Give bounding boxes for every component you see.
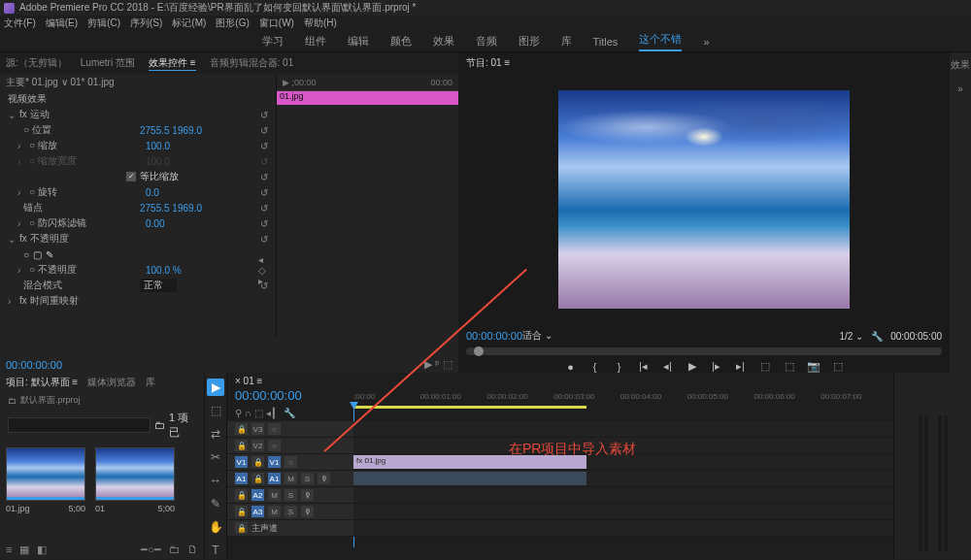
ec-master-clip[interactable]: 主要* 01.jpg ∨ 01* 01.jpg — [6, 76, 115, 89]
toggle-output-icon[interactable]: ○ — [285, 456, 297, 468]
ws-audio[interactable]: 音频 — [476, 34, 497, 49]
track-v1[interactable]: fx 01.jpg — [353, 454, 893, 471]
ec-blend-val[interactable]: 正常 — [140, 279, 177, 292]
tab-program[interactable]: 节目: 01 ≡ — [466, 56, 510, 70]
twirl-icon[interactable]: › — [8, 296, 16, 307]
marker-icon[interactable]: ● — [563, 359, 578, 374]
ws-color[interactable]: 颜色 — [390, 34, 412, 49]
menu-graphics[interactable]: 图形(G) — [216, 16, 249, 30]
menubar[interactable]: 文件(F) 编辑(E) 剪辑(C) 序列(S) 标记(M) 图形(G) 窗口(W… — [0, 16, 971, 31]
kf-nav[interactable]: ◂ ◇ ▸ — [258, 264, 270, 276]
track-label[interactable]: V1 — [268, 456, 281, 468]
ec-tools[interactable]: ▶ ᵖ ⬚ — [424, 358, 452, 371]
reset-icon[interactable]: ↺ — [258, 140, 270, 151]
resolution-dropdown[interactable]: 1/2 ⌄ — [839, 331, 863, 342]
ec-flicker[interactable]: ○ 防闪烁滤镜 — [29, 216, 146, 230]
ec-anchor-val[interactable]: 2755.5 1969.0 — [140, 203, 202, 214]
track-a1[interactable] — [353, 471, 893, 487]
track-v3[interactable] — [353, 421, 893, 438]
ec-opacity-val[interactable]: 100.0 % — [146, 265, 182, 276]
zoom-slider[interactable]: ━○━ — [141, 544, 161, 556]
mask-pen-icon[interactable]: ✎ — [46, 249, 53, 260]
ec-position[interactable]: ○ 位置 — [23, 123, 140, 137]
source-patch[interactable]: A1 — [235, 473, 248, 484]
record-icon[interactable]: 🎙 — [301, 489, 314, 501]
side-icon[interactable]: » — [957, 83, 963, 94]
pen-tool-icon[interactable]: ✎ — [207, 495, 224, 512]
goto-in-icon[interactable]: |◂ — [636, 359, 651, 374]
track-label[interactable]: V3 — [251, 423, 264, 435]
track-select-tool-icon[interactable]: ⬚ — [207, 402, 224, 419]
clip[interactable]: fx 01.jpg — [353, 455, 586, 469]
twirl-icon[interactable]: › — [17, 218, 25, 229]
mask-rect-icon[interactable]: ▢ — [33, 249, 42, 260]
ec-scale-val[interactable]: 100.0 — [146, 141, 170, 151]
menu-sequence[interactable]: 序列(S) — [130, 16, 162, 30]
ws-assembly[interactable]: 组件 — [305, 34, 326, 49]
toggle-output-icon[interactable]: ○ — [268, 423, 281, 435]
track-master[interactable]: 主声道 — [251, 522, 278, 535]
work-area-bar[interactable] — [353, 406, 586, 409]
ws-editing[interactable]: 编辑 — [348, 34, 369, 49]
out-icon[interactable]: } — [612, 359, 626, 374]
timeline-ruler[interactable]: ;00:00 00:00:01:00 00:00:02:00 00:00:03:… — [353, 392, 887, 406]
mute-icon[interactable]: M — [285, 473, 297, 484]
reset-icon[interactable]: ↺ — [258, 233, 270, 245]
ec-clip[interactable]: 01.jpg — [277, 91, 458, 105]
tab-effect-controls[interactable]: 效果控件 ≡ — [149, 56, 196, 71]
mask-ellipse-icon[interactable]: ○ — [23, 249, 29, 260]
lift-icon[interactable]: ⬚ — [757, 359, 772, 374]
compare-icon[interactable]: ⬚ — [830, 359, 845, 374]
reset-icon[interactable]: ↺ — [258, 186, 270, 198]
timeline-options[interactable]: ⚲ ∩ ⬚ ◂ ▎ 🔧 — [235, 408, 295, 418]
fit-dropdown[interactable]: 适合 ⌄ — [522, 329, 552, 343]
menu-clip[interactable]: 剪辑(C) — [87, 16, 120, 30]
ec-opacity[interactable]: fx 不透明度 — [19, 232, 136, 246]
ws-library[interactable]: 库 — [561, 34, 572, 49]
reset-icon[interactable]: ↺ — [258, 217, 270, 229]
clip-audio[interactable] — [353, 472, 586, 485]
lock-icon[interactable]: 🔒 — [235, 506, 248, 517]
track-v2[interactable] — [353, 438, 893, 454]
ec-position-val[interactable]: 2755.5 1969.0 — [140, 125, 202, 136]
project-item[interactable]: 015;00 — [95, 447, 175, 534]
type-tool-icon[interactable]: T — [207, 542, 224, 559]
solo-icon[interactable]: S — [301, 473, 314, 484]
ws-effects[interactable]: 效果 — [433, 34, 454, 49]
track-label[interactable]: A1 — [268, 473, 281, 484]
menu-marker[interactable]: 标记(M) — [172, 16, 206, 30]
lock-icon[interactable]: 🔒 — [235, 522, 248, 534]
program-tc-left[interactable]: 00:00:00:00 — [466, 330, 522, 342]
search-input[interactable] — [8, 417, 151, 433]
twirl-icon[interactable]: › — [17, 141, 25, 151]
lock-icon[interactable]: 🔒 — [235, 440, 248, 451]
ec-anchor[interactable]: 锚点 — [23, 201, 140, 214]
twirl-icon[interactable]: ⌄ — [8, 110, 16, 120]
export-frame-icon[interactable]: 📷 — [806, 359, 820, 374]
twirl-icon[interactable]: ⌄ — [8, 234, 16, 245]
reset-icon[interactable]: ↺ — [258, 109, 270, 120]
reset-icon[interactable]: ↺ — [258, 171, 270, 182]
tab-library[interactable]: 库 — [146, 376, 155, 389]
menu-file[interactable]: 文件(F) — [4, 16, 36, 30]
tab-media-browser[interactable]: 媒体浏览器 — [87, 376, 136, 389]
program-viewer[interactable] — [458, 74, 950, 324]
reset-icon[interactable]: ↺ — [258, 155, 270, 167]
ws-custom[interactable]: 这个不错 — [639, 32, 682, 51]
reset-icon[interactable]: ↺ — [258, 202, 270, 214]
tab-lumetri[interactable]: Lumetri 范围 — [81, 56, 135, 70]
lock-icon[interactable]: 🔒 — [235, 423, 248, 435]
lock-icon[interactable]: 🔒 — [251, 473, 264, 484]
extract-icon[interactable]: ⬚ — [782, 359, 796, 374]
record-icon[interactable]: 🎙 — [301, 506, 314, 517]
ws-overflow[interactable]: » — [703, 36, 709, 48]
reset-icon[interactable]: ↺ — [258, 124, 270, 136]
timeline-tab[interactable]: × 01 ≡ — [235, 376, 262, 386]
tab-source[interactable]: 源:（无剪辑） — [6, 56, 67, 70]
tab-project[interactable]: 项目: 默认界面 ≡ — [6, 376, 78, 389]
mute-icon[interactable]: M — [268, 506, 281, 517]
ec-rotation-val[interactable]: 0.0 — [146, 187, 159, 198]
twirl-icon[interactable]: › — [17, 187, 25, 198]
track-label[interactable]: V2 — [251, 440, 264, 451]
step-fwd-icon[interactable]: |▸ — [709, 359, 723, 374]
